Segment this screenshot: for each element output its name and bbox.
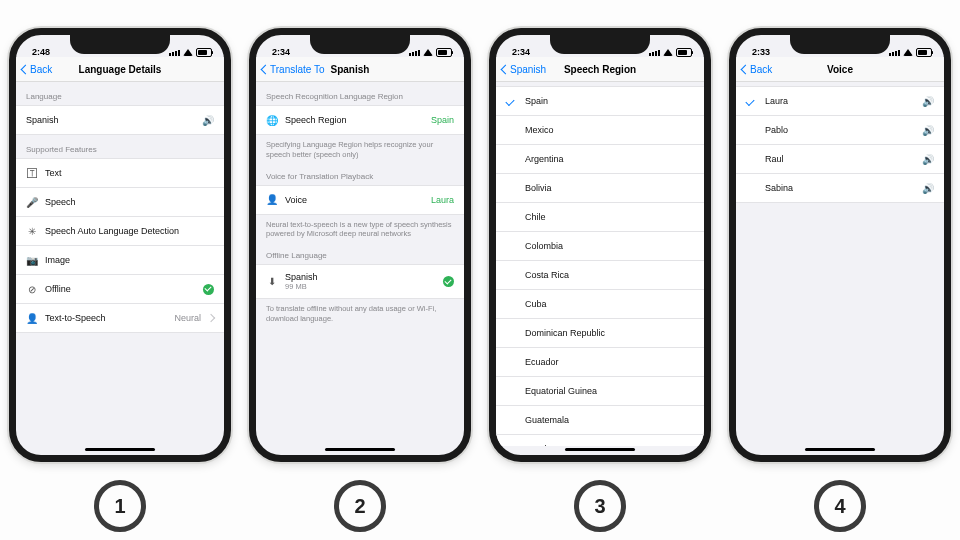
region-label: Dominican Republic [525, 328, 694, 338]
chevron-left-icon [741, 64, 751, 74]
home-indicator[interactable] [325, 448, 395, 451]
battery-icon [436, 48, 452, 57]
battery-icon [196, 48, 212, 57]
region-row[interactable]: Argentina [496, 144, 704, 173]
feature-row: 📷Image [16, 245, 224, 274]
signal-icon [889, 50, 900, 56]
region-row[interactable]: Mexico [496, 115, 704, 144]
feature-row: ⊘Offline [16, 274, 224, 303]
check-circle-icon [443, 276, 454, 287]
back-button[interactable]: Translate To [262, 64, 324, 75]
region-row[interactable]: Dominican Republic [496, 318, 704, 347]
speaker-icon[interactable]: 🔊 [922, 96, 934, 107]
nav-bar: Back Language Details [16, 57, 224, 82]
speaker-icon[interactable]: 🔊 [202, 115, 214, 126]
voice-row[interactable]: Pablo🔊 [736, 115, 944, 144]
home-indicator[interactable] [85, 448, 155, 451]
speaker-icon[interactable]: 🔊 [922, 183, 934, 194]
battery-icon [916, 48, 932, 57]
region-label: Costa Rica [525, 270, 694, 280]
voice-label: Sabina [765, 183, 915, 193]
language-label: Spanish [26, 115, 195, 125]
feature-label: Image [45, 255, 214, 265]
region-label: Honduras [525, 444, 694, 446]
voice-row[interactable]: Sabina🔊 [736, 173, 944, 203]
language-row[interactable]: Spanish 🔊 [16, 105, 224, 135]
feature-label: Text-to-Speech [45, 313, 167, 323]
chevron-left-icon [501, 64, 511, 74]
back-button[interactable]: Back [22, 64, 52, 75]
phone-1: 2:48 Back Language Details Language Span… [9, 28, 231, 462]
person-voice-icon: 👤 [266, 194, 278, 206]
region-row[interactable]: Equatorial Guinea [496, 376, 704, 405]
feature-label: Offline [45, 284, 196, 294]
signal-icon [409, 50, 420, 56]
back-button[interactable]: Back [742, 64, 772, 75]
voice-label: Raul [765, 154, 915, 164]
wifi-icon [663, 49, 673, 56]
region-row[interactable]: Spain [496, 86, 704, 115]
signal-icon [649, 50, 660, 56]
phone-2: 2:34 Translate To Spanish Speech Recogni… [249, 28, 471, 462]
offline-language-row[interactable]: ⬇ Spanish 99 MB [256, 264, 464, 299]
speech-region-row[interactable]: 🌐 Speech Region Spain [256, 105, 464, 135]
speaker-icon[interactable]: 🔊 [922, 125, 934, 136]
region-row[interactable]: Honduras [496, 434, 704, 446]
section-header-offline: Offline Language [256, 241, 464, 264]
checkmark-icon [505, 96, 514, 105]
region-row[interactable]: Bolivia [496, 173, 704, 202]
region-label: Ecuador [525, 357, 694, 367]
auto-detect-icon: ✳ [26, 225, 38, 237]
back-button[interactable]: Spanish [502, 64, 546, 75]
section-header-features: Supported Features [16, 135, 224, 158]
clock: 2:33 [752, 47, 770, 57]
image-icon: 📷 [26, 254, 38, 266]
chevron-left-icon [21, 64, 31, 74]
region-row[interactable]: Chile [496, 202, 704, 231]
step-badge-2: 2 [334, 480, 386, 532]
feature-row: ✳Speech Auto Language Detection [16, 216, 224, 245]
phone-4: 2:33 Back Voice Laura🔊Pablo🔊Raul🔊Sabina🔊 [729, 28, 951, 462]
battery-icon [676, 48, 692, 57]
region-row[interactable]: Guatemala [496, 405, 704, 434]
feature-value: Neural [174, 313, 201, 323]
section-header-region: Speech Recognition Language Region [256, 82, 464, 105]
section-header-language: Language [16, 82, 224, 105]
feature-label: Speech [45, 197, 214, 207]
voice-row[interactable]: Laura🔊 [736, 86, 944, 115]
region-label: Spain [525, 96, 694, 106]
voice-label: Pablo [765, 125, 915, 135]
speech-icon: 🎤 [26, 196, 38, 208]
voice-row[interactable]: Raul🔊 [736, 144, 944, 173]
region-label: Equatorial Guinea [525, 386, 694, 396]
region-row[interactable]: Ecuador [496, 347, 704, 376]
region-row[interactable]: Colombia [496, 231, 704, 260]
home-indicator[interactable] [805, 448, 875, 451]
nav-bar: Back Voice [736, 57, 944, 82]
region-label: Mexico [525, 125, 694, 135]
feature-row: 🅃Text [16, 158, 224, 187]
voice-row[interactable]: 👤 Voice Laura [256, 185, 464, 215]
region-label: Colombia [525, 241, 694, 251]
tts-icon: 👤 [26, 312, 38, 324]
region-label: Chile [525, 212, 694, 222]
nav-bar: Spanish Speech Region [496, 57, 704, 82]
speaker-icon[interactable]: 🔊 [922, 154, 934, 165]
step-badge-3: 3 [574, 480, 626, 532]
region-label: Bolivia [525, 183, 694, 193]
region-label: Cuba [525, 299, 694, 309]
signal-icon [169, 50, 180, 56]
nav-bar: Translate To Spanish [256, 57, 464, 82]
region-row[interactable]: Costa Rica [496, 260, 704, 289]
region-row[interactable]: Cuba [496, 289, 704, 318]
check-circle-icon [203, 284, 214, 295]
wifi-icon [423, 49, 433, 56]
chevron-right-icon [207, 314, 215, 322]
wifi-icon [903, 49, 913, 56]
notch [550, 34, 650, 54]
home-indicator[interactable] [565, 448, 635, 451]
feature-row[interactable]: 👤Text-to-SpeechNeural [16, 303, 224, 333]
clock: 2:48 [32, 47, 50, 57]
notch [310, 34, 410, 54]
checkmark-icon [745, 96, 754, 105]
